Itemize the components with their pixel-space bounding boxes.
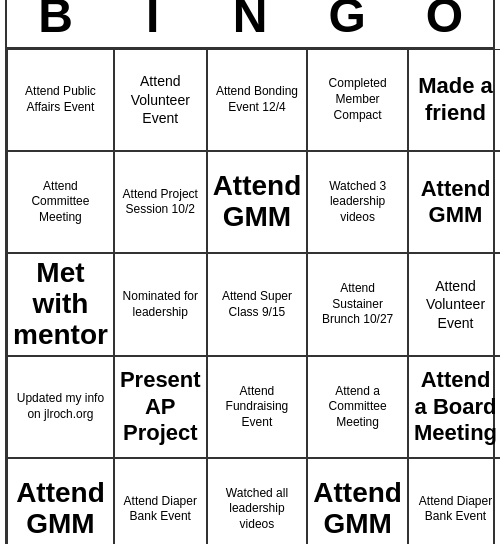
- bingo-cell-5[interactable]: Attend Committee Meeting: [7, 151, 114, 253]
- bingo-cell-14[interactable]: Attend Volunteer Event: [408, 253, 500, 355]
- bingo-cell-3[interactable]: Completed Member Compact: [307, 49, 408, 151]
- bingo-card: B I N G O Attend Public Affairs EventAtt…: [5, 0, 495, 544]
- bingo-cell-12[interactable]: Attend Super Class 9/15: [207, 253, 308, 355]
- bingo-cell-7[interactable]: Attend GMM: [207, 151, 308, 253]
- bingo-cell-18[interactable]: Attend a Committee Meeting: [307, 356, 408, 458]
- bingo-cell-16[interactable]: Present AP Project: [114, 356, 207, 458]
- letter-o: O: [399, 0, 489, 43]
- bingo-cell-0[interactable]: Attend Public Affairs Event: [7, 49, 114, 151]
- bingo-cell-1[interactable]: Attend Volunteer Event: [114, 49, 207, 151]
- letter-i: I: [108, 0, 198, 43]
- bingo-cell-13[interactable]: Attend Sustainer Brunch 10/27: [307, 253, 408, 355]
- bingo-cell-4[interactable]: Made a friend: [408, 49, 500, 151]
- bingo-cell-20[interactable]: Attend GMM: [7, 458, 114, 544]
- bingo-grid: Attend Public Affairs EventAttend Volunt…: [7, 49, 493, 544]
- bingo-cell-22[interactable]: Watched all leadership videos: [207, 458, 308, 544]
- letter-n: N: [205, 0, 295, 43]
- bingo-cell-15[interactable]: Updated my info on jlroch.org: [7, 356, 114, 458]
- letter-g: G: [302, 0, 392, 43]
- letter-b: B: [11, 0, 101, 43]
- bingo-cell-8[interactable]: Watched 3 leadership videos: [307, 151, 408, 253]
- bingo-cell-9[interactable]: Attend GMM: [408, 151, 500, 253]
- bingo-cell-24[interactable]: Attend Diaper Bank Event: [408, 458, 500, 544]
- bingo-header: B I N G O: [7, 0, 493, 49]
- bingo-cell-23[interactable]: Attend GMM: [307, 458, 408, 544]
- bingo-cell-2[interactable]: Attend Bonding Event 12/4: [207, 49, 308, 151]
- bingo-cell-17[interactable]: Attend Fundraising Event: [207, 356, 308, 458]
- bingo-cell-11[interactable]: Nominated for leadership: [114, 253, 207, 355]
- bingo-cell-6[interactable]: Attend Project Session 10/2: [114, 151, 207, 253]
- bingo-cell-10[interactable]: Met with mentor: [7, 253, 114, 355]
- bingo-cell-21[interactable]: Attend Diaper Bank Event: [114, 458, 207, 544]
- bingo-cell-19[interactable]: Attend a Board Meeting: [408, 356, 500, 458]
